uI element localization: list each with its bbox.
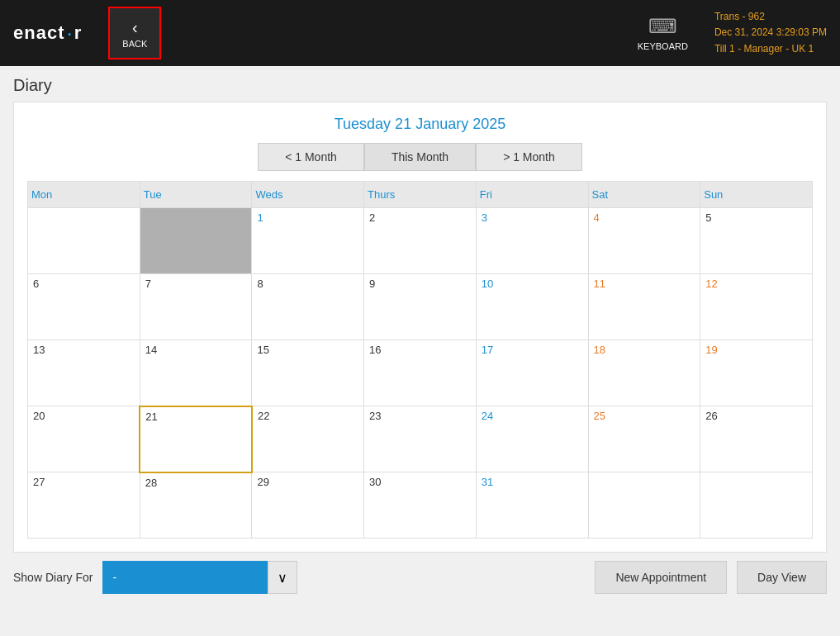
prev-month-button[interactable]: < 1 Month [258, 143, 364, 171]
day-1[interactable]: 1 [252, 208, 364, 274]
day-13[interactable]: 13 [28, 340, 140, 406]
day-view-button[interactable]: Day View [737, 561, 827, 594]
header-info: Trans - 962 Dec 31, 2024 3:29:03 PM Till… [714, 9, 827, 57]
weekday-thurs: Thurs [364, 182, 477, 208]
this-month-button[interactable]: This Month [364, 143, 476, 171]
day-18[interactable]: 18 [588, 340, 700, 406]
day-11[interactable]: 11 [588, 274, 700, 340]
day-23[interactable]: 23 [364, 406, 477, 472]
day-22[interactable]: 22 [252, 406, 364, 472]
calendar-container: Tuesday 21 January 2025 < 1 Month This M… [13, 102, 827, 553]
day-25[interactable]: 25 [588, 406, 700, 472]
day-empty-1[interactable] [28, 208, 140, 274]
day-21-today[interactable]: 21 [140, 406, 252, 472]
day-31[interactable]: 31 [476, 472, 588, 539]
day-8[interactable]: 8 [252, 274, 364, 340]
calendar-week-5: 27 28 29 30 31 [28, 472, 813, 539]
day-12[interactable]: 12 [700, 274, 813, 340]
day-7[interactable]: 7 [140, 274, 252, 340]
next-month-button[interactable]: > 1 Month [476, 143, 582, 171]
day-15[interactable]: 15 [252, 340, 364, 406]
back-arrow-icon: ‹ [132, 18, 138, 37]
weekday-tue: Tue [140, 182, 252, 208]
day-greyed-1[interactable] [140, 208, 252, 274]
day-26[interactable]: 26 [700, 406, 813, 472]
day-24[interactable]: 24 [476, 406, 588, 472]
weekday-sun: Sun [700, 182, 813, 208]
show-diary-for-label: Show Diary For [13, 571, 93, 584]
page-title: Diary [0, 66, 840, 102]
keyboard-label: KEYBOARD [638, 41, 688, 51]
calendar-week-4: 20 21 22 23 24 25 26 [28, 406, 813, 472]
logo-text: enact [13, 22, 64, 44]
chevron-down-icon: ∨ [278, 570, 287, 586]
day-16[interactable]: 16 [364, 340, 477, 406]
calendar-title: Tuesday 21 January 2025 [27, 116, 813, 133]
diary-for-control: - ∨ [102, 561, 297, 594]
day-17[interactable]: 17 [476, 340, 588, 406]
date-info: Dec 31, 2024 3:29:03 PM [714, 25, 827, 40]
day-30[interactable]: 30 [364, 472, 477, 539]
back-label: BACK [122, 39, 147, 49]
diary-dropdown-arrow[interactable]: ∨ [268, 561, 297, 594]
weekday-sat: Sat [588, 182, 700, 208]
day-4[interactable]: 4 [588, 208, 700, 274]
day-19[interactable]: 19 [700, 340, 813, 406]
day-20[interactable]: 20 [28, 406, 140, 472]
keyboard-icon: ⌨ [648, 15, 677, 38]
day-29[interactable]: 29 [252, 472, 364, 539]
logo: enact·r [13, 21, 82, 46]
day-5[interactable]: 5 [700, 208, 813, 274]
calendar-week-3: 13 14 15 16 17 18 19 [28, 340, 813, 406]
new-appointment-button[interactable]: New Appointment [595, 561, 727, 594]
weekday-fri: Fri [476, 182, 588, 208]
calendar-week-1: 1 2 3 4 5 [28, 208, 813, 274]
trans-info: Trans - 962 [714, 9, 827, 25]
day-9[interactable]: 9 [364, 274, 477, 340]
back-button[interactable]: ‹ BACK [108, 7, 161, 59]
weekday-weds: Weds [252, 182, 364, 208]
keyboard-section[interactable]: ⌨ KEYBOARD [638, 15, 688, 51]
calendar-grid: Mon Tue Weds Thurs Fri Sat Sun 1 2 3 4 5 [27, 181, 813, 539]
day-3[interactable]: 3 [476, 208, 588, 274]
day-27[interactable]: 27 [28, 472, 140, 539]
till-info: Till 1 - Manager - UK 1 [714, 41, 827, 57]
day-14[interactable]: 14 [140, 340, 252, 406]
header: enact·r ‹ BACK ⌨ KEYBOARD Trans - 962 De… [0, 0, 840, 66]
footer: Show Diary For - ∨ New Appointment Day V… [0, 553, 840, 602]
weekday-mon: Mon [28, 182, 140, 208]
day-2[interactable]: 2 [364, 208, 477, 274]
nav-buttons: < 1 Month This Month > 1 Month [27, 143, 813, 171]
day-10[interactable]: 10 [476, 274, 588, 340]
calendar-week-2: 6 7 8 9 10 11 12 [28, 274, 813, 340]
day-6[interactable]: 6 [28, 274, 140, 340]
day-empty-sun[interactable] [700, 472, 813, 539]
calendar-header: Tuesday 21 January 2025 < 1 Month This M… [27, 116, 813, 171]
day-28[interactable]: 28 [140, 472, 252, 539]
day-empty-sat[interactable] [588, 472, 700, 539]
logo-text2: r [74, 22, 83, 44]
diary-for-value[interactable]: - [102, 561, 268, 594]
